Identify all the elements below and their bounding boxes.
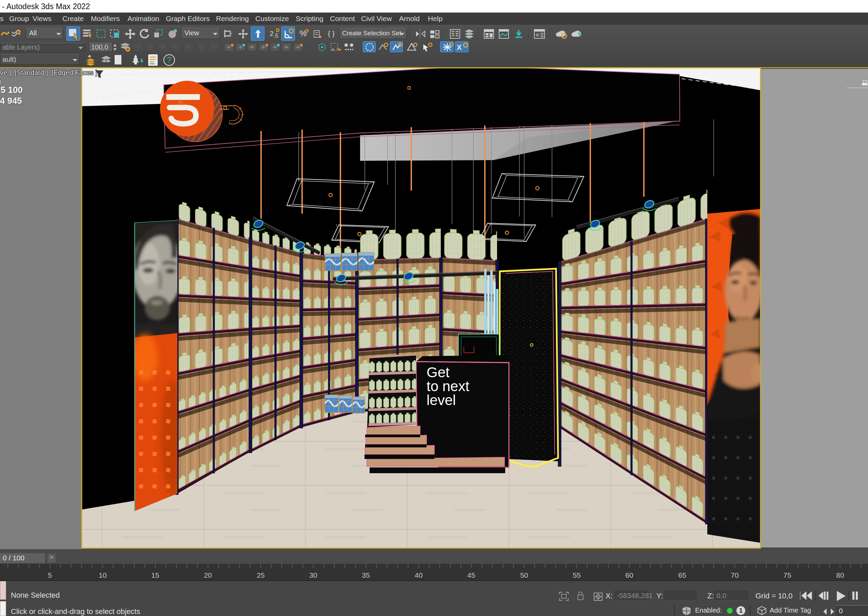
svg-text:Get: Get xyxy=(426,364,450,380)
svg-text:to next: to next xyxy=(426,378,469,394)
svg-text:level: level xyxy=(426,392,456,408)
